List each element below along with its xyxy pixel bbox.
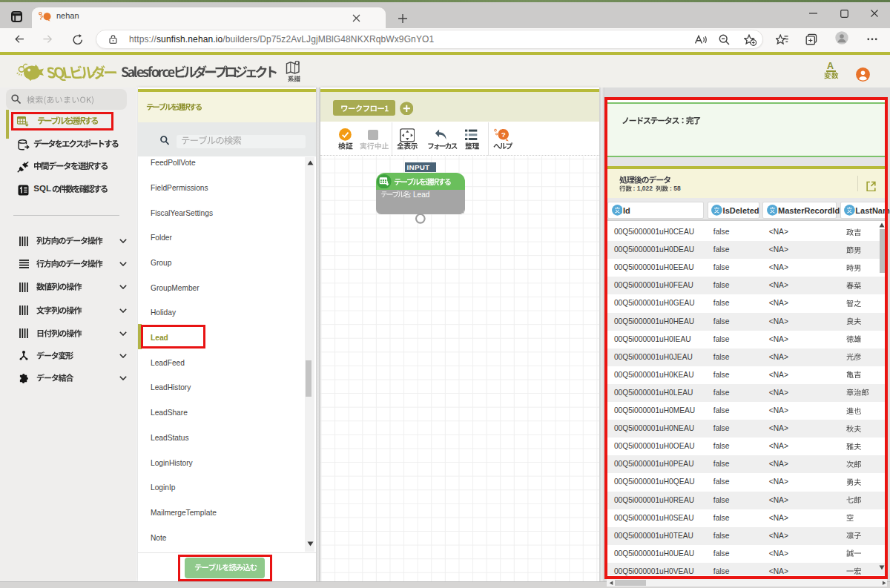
svg-text:?: ? <box>501 130 506 138</box>
